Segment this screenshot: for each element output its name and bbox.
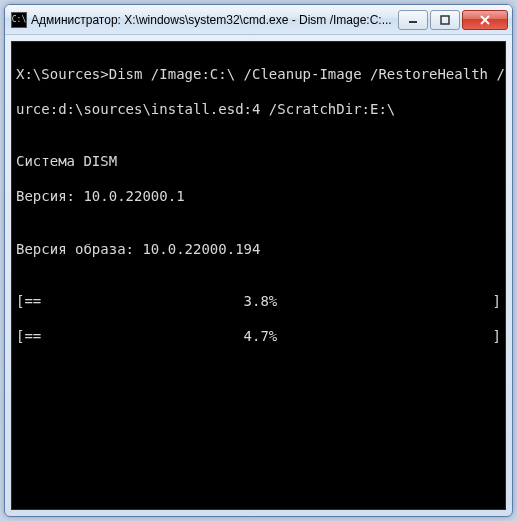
progress-pct-2: 4.7% <box>244 328 278 346</box>
progress-row-1: [== 3.8%] <box>16 293 501 311</box>
command-line-2: urce:d:\sources\install.esd:4 /ScratchDi… <box>16 101 501 119</box>
window-controls <box>396 10 508 30</box>
cmd-icon: C:\ <box>11 12 27 28</box>
terminal-area[interactable]: X:\Sources>Dism /Image:C:\ /Cleanup-Imag… <box>11 41 506 510</box>
cmd-window: C:\ Администратор: X:\windows\system32\c… <box>4 4 513 517</box>
progress-bar-2: [== <box>16 328 244 346</box>
window-title: Администратор: X:\windows\system32\cmd.e… <box>31 13 396 27</box>
minimize-button[interactable] <box>398 10 428 30</box>
image-version-line: Версия образа: 10.0.22000.194 <box>16 241 501 259</box>
svg-rect-1 <box>441 16 449 24</box>
progress-row-2: [== 4.7%] <box>16 328 501 346</box>
command-line-1: X:\Sources>Dism /Image:C:\ /Cleanup-Imag… <box>16 66 501 84</box>
titlebar[interactable]: C:\ Администратор: X:\windows\system32\c… <box>5 5 512 35</box>
dism-system-line: Система DISM <box>16 153 501 171</box>
close-button[interactable] <box>462 10 508 30</box>
progress-end-2: ] <box>493 328 501 346</box>
progress-bar-1: [== <box>16 293 244 311</box>
progress-pct-1: 3.8% <box>244 293 278 311</box>
dism-version-line: Версия: 10.0.22000.1 <box>16 188 501 206</box>
maximize-button[interactable] <box>430 10 460 30</box>
progress-end-1: ] <box>493 293 501 311</box>
